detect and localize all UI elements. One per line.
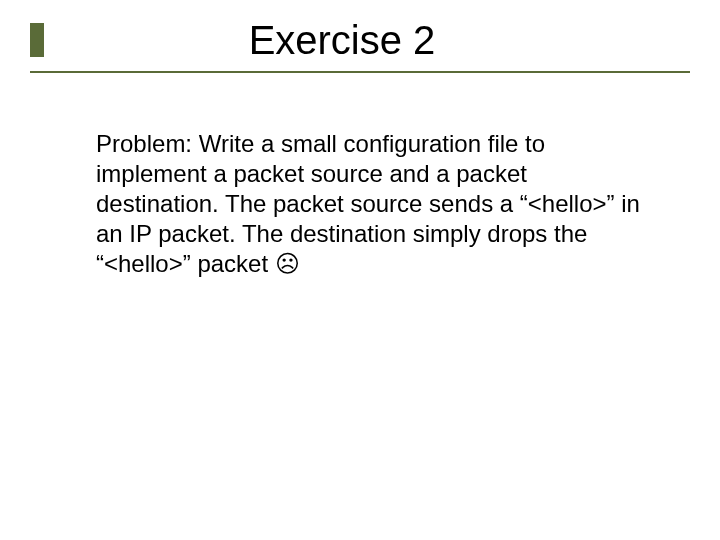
body-paragraph: Problem: Write a small configuration fil… (96, 129, 650, 279)
slide: Exercise 2 Problem: Write a small config… (0, 0, 720, 540)
slide-body: Problem: Write a small configuration fil… (0, 73, 720, 279)
slide-title: Exercise 2 (22, 18, 662, 63)
title-row: Exercise 2 (0, 18, 720, 63)
